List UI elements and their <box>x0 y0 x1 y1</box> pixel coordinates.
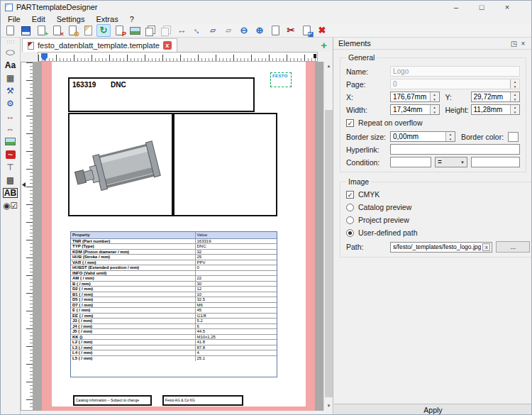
name-field[interactable]: Logo <box>390 66 520 77</box>
border-color-swatch[interactable] <box>508 132 519 142</box>
close-file-icon[interactable]: ✖ <box>315 24 329 37</box>
menu-edit[interactable]: Edit <box>26 15 51 23</box>
paste-icon[interactable] <box>159 24 173 37</box>
general-group: General Name: Logo Page: 0 ▴▾ X: <box>340 53 526 172</box>
add-tab-button[interactable]: + <box>321 40 327 50</box>
fold-page-icon[interactable] <box>81 24 95 37</box>
perspective-disabled-icon[interactable]: ▱ <box>221 24 235 37</box>
menu-extras[interactable]: Extras <box>90 15 123 23</box>
sidebar-grip[interactable] <box>6 40 14 43</box>
close-panel-icon[interactable]: × <box>519 40 528 48</box>
condition-label: Condition: <box>346 158 390 167</box>
vertical-ruler-marker <box>22 182 26 187</box>
canvas-vertical-scrollbar[interactable]: ▲ ▼ <box>323 62 333 411</box>
minimize-button[interactable]: – <box>452 3 460 11</box>
image-icon[interactable] <box>128 24 142 37</box>
zoom-in-icon[interactable]: ⊕ <box>253 24 267 37</box>
new-document-icon[interactable] <box>3 24 17 37</box>
fit-page-icon[interactable]: ↔ <box>190 24 204 37</box>
delete-page-icon[interactable]: × <box>50 24 64 37</box>
cut-icon[interactable]: ✂ <box>284 24 298 37</box>
menu-file[interactable]: File <box>2 15 26 23</box>
browse-button[interactable]: ... <box>496 241 530 253</box>
width-field[interactable]: 17,34mm ▴▾ <box>390 104 440 115</box>
save-icon[interactable] <box>18 24 33 37</box>
dimension-lock-tool[interactable]: ⇔ <box>1 123 20 135</box>
menu-settings[interactable]: Settings <box>51 15 91 23</box>
export-package-icon[interactable]: ◪ <box>299 24 314 37</box>
hyperlink-label: Hyperlink: <box>346 145 390 154</box>
logo-element-selected[interactable]: FESTO <box>270 72 292 87</box>
catalog-preview-radio[interactable] <box>346 204 354 211</box>
screw-part-tool[interactable]: ⚒ <box>1 84 20 96</box>
product-image-box[interactable] <box>68 113 173 216</box>
condition-field-1[interactable] <box>390 157 431 167</box>
qrcode-tool[interactable]: ▩ <box>1 174 20 186</box>
border-size-stepper[interactable]: ▴▾ <box>445 132 455 141</box>
textfield-tool[interactable]: AB <box>1 187 20 199</box>
path-field[interactable]: s/festo/_templates/festo_logo.jpg x <box>390 242 492 253</box>
ellipse-tool[interactable]: ◯ <box>1 46 20 58</box>
export-pdf-icon[interactable]: P <box>112 24 126 37</box>
dimension-tool[interactable]: ↔ <box>1 110 20 122</box>
height-field[interactable]: 11,28mm ▴▾ <box>471 104 521 115</box>
scrollbar-thumb[interactable] <box>325 110 333 397</box>
height-stepper[interactable]: ▴▾ <box>510 105 519 114</box>
x-stepper[interactable]: ▴▾ <box>430 92 439 101</box>
formcontrols-tool[interactable]: ◉☑ <box>1 199 20 211</box>
x-field[interactable]: 176,67mm ▴▾ <box>390 92 440 102</box>
table-row: KK () M10x1,25 <box>71 334 277 340</box>
maximize-button[interactable]: □ <box>477 3 486 11</box>
design-canvas[interactable]: 163319 DNC FESTO <box>33 62 323 411</box>
y-stepper[interactable]: ▴▾ <box>510 92 519 101</box>
curve-tool[interactable]: ~ <box>1 148 20 160</box>
menu-bar: FileEditSettingsExtras? <box>1 13 531 24</box>
page-settings-icon[interactable]: ⚙ <box>65 24 79 37</box>
y-field[interactable]: 29,72mm ▴▾ <box>471 92 521 102</box>
refresh-preview-icon[interactable]: ↻ <box>96 24 111 37</box>
page-field[interactable]: 0 ▴▾ <box>390 79 520 89</box>
vertical-ruler <box>21 62 33 411</box>
image-tool[interactable] <box>1 135 20 148</box>
footer-right-box[interactable]: Festo AG & Co KG <box>162 395 243 406</box>
text-tool[interactable]: Aa <box>1 59 20 71</box>
user-defined-path-radio[interactable] <box>346 229 354 237</box>
header-box-element[interactable]: 163319 DNC <box>68 77 255 112</box>
table-tool[interactable]: ▦ <box>1 72 20 84</box>
border-size-label: Border size: <box>346 133 390 141</box>
repeat-on-overflow-checkbox[interactable]: ✓ <box>346 119 354 127</box>
clear-path-icon[interactable]: x <box>482 243 490 251</box>
apply-button[interactable]: Apply <box>334 404 532 415</box>
project-preview-radio[interactable] <box>346 216 354 224</box>
zoom-out-icon[interactable]: ⊖ <box>237 24 251 37</box>
copy-icon[interactable] <box>143 24 157 37</box>
template-page[interactable]: 163319 DNC FESTO <box>52 62 306 406</box>
property-table-element[interactable]: Property Value TNR (Part number) 163319 <box>70 231 277 377</box>
border-size-field[interactable]: 0,00mm ▴▾ <box>390 131 455 142</box>
float-panel-icon[interactable]: ◳ <box>509 40 519 48</box>
hyperlink-field[interactable] <box>390 144 520 155</box>
table-row: AM ( / mm) 22 <box>71 276 277 282</box>
cmyk-checkbox[interactable]: ✓ <box>346 191 354 199</box>
pin-tool[interactable]: ⊤ <box>1 161 20 173</box>
condition-operator-dropdown[interactable]: = ▼ <box>435 157 467 167</box>
table-row: E ( / mm) 45 <box>71 308 277 314</box>
table-row: HUB (Stroke / mm) 25 <box>71 255 277 260</box>
fit-width-icon[interactable]: ↔ <box>174 24 189 37</box>
width-stepper[interactable]: ▴▾ <box>430 105 439 114</box>
condition-field-2[interactable] <box>471 157 520 167</box>
print-preview-icon[interactable] <box>268 24 282 37</box>
close-button[interactable]: × <box>503 3 511 11</box>
main-area: ◯ Aa ▦ ⚒ ⚙ <box>1 38 531 415</box>
add-page-icon[interactable]: + <box>34 24 48 37</box>
screw-dimension-tool[interactable]: ⚙ <box>1 97 20 109</box>
tab-active-template[interactable]: festo_datenblatt_template.template x <box>22 38 177 52</box>
footer-left-box[interactable]: Catalog information – Subject to change <box>73 395 152 406</box>
ruler-marker[interactable] <box>41 53 48 61</box>
image-group: Image ✓ CMYK Catalog preview Project pre… <box>340 177 532 258</box>
menu-help[interactable]: ? <box>124 15 140 23</box>
tab-close-icon[interactable]: x <box>163 41 172 50</box>
perspective-icon[interactable]: ▱ <box>206 24 220 37</box>
drawing-box[interactable] <box>173 113 277 216</box>
page-stepper[interactable]: ▴▾ <box>510 79 519 89</box>
